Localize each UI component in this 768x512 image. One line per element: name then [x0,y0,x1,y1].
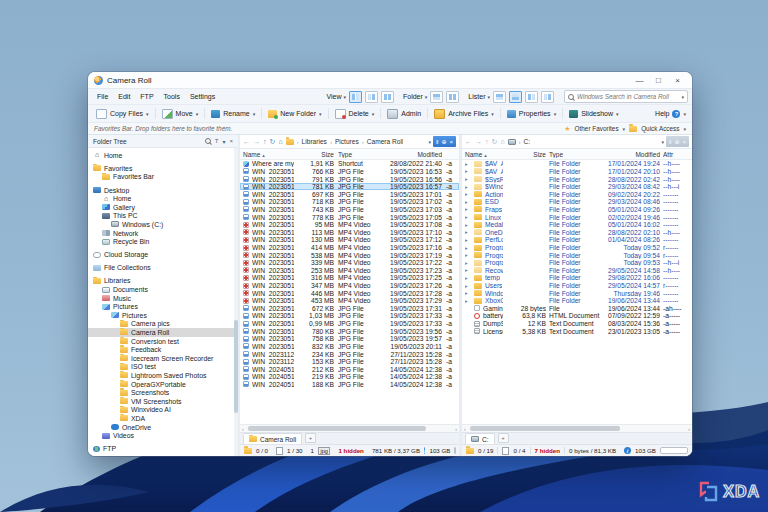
table-row[interactable]: WIN_20231127_15_28_49_Pro.jpg153 KBJPG F… [240,358,459,366]
expander-icon[interactable]: ▸ [465,199,471,205]
table-row[interactable]: WIN_20230519_17_11_14_Pro.mp4130 MBMP4 V… [240,236,459,244]
tree-item-home[interactable]: ⌂Home [88,151,238,160]
table-row[interactable]: ▸UsersFile Folder29/05/2024 14:57r------ [462,282,692,290]
table-row[interactable]: WIN_20230519_17_27_30_Pro.mp4446 MBMP4 V… [240,289,459,297]
table-row[interactable]: WIN_20230519_17_25_44_Pro.mp4347 MBMP4 V… [240,282,459,290]
back-icon[interactable]: ← [465,138,472,145]
title-bar[interactable]: Camera Roll — □ × [88,72,692,88]
info-icon[interactable]: i [624,447,631,454]
menu-item-tools[interactable]: Tools [159,93,185,100]
delete-button[interactable]: Delete▾ [331,108,379,120]
table-row[interactable]: WIN_20230519_17_03_56_Pro.jpg743 KBJPG F… [240,206,459,214]
expander-icon[interactable]: ▸ [465,298,471,304]
archive-files-button[interactable]: Archive Files▾ [430,108,498,120]
properties-button[interactable]: Properties▾ [503,109,560,119]
refresh-icon[interactable]: ↻ [270,138,276,146]
scroll-right-icon[interactable]: › [688,426,690,432]
info-icon[interactable]: i [424,447,425,454]
lister-layout-button-2[interactable] [509,91,522,103]
tree-item-desktop[interactable]: Desktop [88,186,238,195]
table-row[interactable]: GamingRoot28 bytesFile19/06/2024 13:44-a… [462,305,692,313]
slideshow-button[interactable]: Slideshow▾ [565,109,622,119]
column-header-name[interactable]: Name ▴ [243,151,294,158]
view-layout-button-2[interactable] [365,91,378,103]
source-horizontal-scrollbar[interactable]: ‹ › [240,424,459,432]
table-row[interactable]: WIN_20230519_17_18_05_Pro.mp4538 MBMP4 V… [240,251,459,259]
tree-item-screenshots[interactable]: Screenshots [88,388,238,397]
chevron-down-icon[interactable]: ▾ [222,138,225,145]
menu-item-settings[interactable]: Settings [185,93,220,100]
expander-icon[interactable]: ▸ [465,191,471,197]
home-icon[interactable]: ⌂ [278,138,282,145]
tree-item-operagxportable[interactable]: OperaGXPortable [88,380,238,389]
forward-icon[interactable]: → [253,138,260,145]
scroll-left-icon[interactable]: ‹ [464,426,466,432]
column-header-attr[interactable]: Attr [663,151,689,158]
pane-target-icon[interactable]: ⊕ [674,138,679,145]
menu-item-ftp[interactable]: FTP [135,93,158,100]
expander-icon[interactable]: ▸ [465,214,471,220]
tree-search-icon[interactable] [205,138,211,144]
table-row[interactable]: WIN_20230519_17_33_16_Pro.jpg1,03 MBJPG … [240,312,459,320]
tree-item-pictures[interactable]: Pictures [88,302,238,311]
tree-item-favorites-bar[interactable]: Favorites Bar [88,173,238,182]
home-icon[interactable]: ⌂ [500,138,504,145]
breadcrumb-segment-c[interactable]: C: [524,138,531,145]
view-menu[interactable]: View ▾ [326,93,346,100]
breadcrumb-segment-pictures[interactable]: Pictures [335,138,359,145]
tree-item-ftp[interactable]: FTP [88,444,238,453]
lister-layout-button-1[interactable] [493,91,506,103]
tab-c-drive[interactable]: C: [465,433,495,444]
tree-item-music[interactable]: Music [88,294,238,303]
table-row[interactable]: WIN_20230519_17_05_32_Pro.jpg778 KBJPG F… [240,213,459,221]
scroll-left-icon[interactable]: ‹ [242,426,244,432]
expander-icon[interactable]: ▸ [465,229,471,235]
back-icon[interactable]: ← [243,138,250,145]
lister-menu[interactable]: Lister ▾ [468,93,490,100]
table-row[interactable]: WIN_20230519_16_57_58_Pro.jpg781 KBJPG F… [240,183,459,191]
table-row[interactable]: WIN_20230519_17_28_45_Pro.mp4453 MBMP4 V… [240,297,459,305]
tree-item-gallery[interactable]: Gallery [88,203,238,212]
tree-item-winxvideo-ai[interactable]: Winxvideo AI [88,406,238,415]
move-button[interactable]: Move▾ [158,108,203,120]
tree-item-pictures[interactable]: Pictures [88,311,238,320]
tree-item-iso-test[interactable]: ISO test [88,363,238,372]
up-icon[interactable]: ↑ [485,138,489,145]
table-row[interactable]: WIN_20240514_12_38_28_Pro.jpg219 KBJPG F… [240,373,459,381]
expander-icon[interactable]: ▸ [465,168,471,174]
minimize-button[interactable]: — [631,74,648,87]
tree-item-libraries[interactable]: Libraries [88,277,238,286]
folder-layout-button-1[interactable] [430,91,443,103]
tree-item-onedrive[interactable]: OneDrive [88,423,238,432]
tree-item-vm-screenshots[interactable]: VM Screenshots [88,397,238,406]
expander-icon[interactable]: ▸ [465,267,471,273]
expander-icon[interactable]: ▸ [465,161,471,167]
table-row[interactable]: ▸Program Files (x86)File FolderToday 09:… [462,251,692,259]
search-input[interactable] [577,93,678,100]
copy-files-button[interactable]: Copy Files▾ [92,108,153,120]
table-row[interactable]: WIN_20230519_17_15_21_Pro.mp4414 MBMP4 V… [240,244,459,252]
pane-target-icon[interactable]: ⊕ [441,138,446,145]
view-layout-button-3[interactable] [381,91,394,103]
tree-item-network[interactable]: Network [88,229,238,238]
table-row[interactable]: ▸XboxGamesFile Folder19/06/2024 13:44---… [462,297,692,305]
table-row[interactable]: WIN_20230519_20_11_10_Pro.jpg832 KBJPG F… [240,343,459,351]
pane-close-icon[interactable]: × [449,139,453,145]
expander-icon[interactable]: ▸ [465,176,471,182]
tree-item-xda[interactable]: XDA [88,414,238,423]
path-dropdown-icon[interactable]: ▾ [428,139,431,145]
table-row[interactable]: WIN_20230519_17_09_50_Pro.mp4113 MBMP4 V… [240,228,459,236]
table-row[interactable]: WIN_20230519_17_07_25_Pro.mp495 MBMP4 Vi… [240,221,459,229]
scroll-right-icon[interactable]: › [455,426,457,432]
up-icon[interactable]: ↑ [263,138,267,145]
expander-icon[interactable]: ▸ [465,222,471,228]
tree-item-conversion-test[interactable]: Conversion test [88,337,238,346]
new-tab-button[interactable]: + [305,433,316,443]
table-row[interactable]: WIN_20230519_17_21_12_Pro.mp4339 MBMP4 V… [240,259,459,267]
tree-item-favorites[interactable]: Favorites [88,164,238,173]
tree-item-camera-roll[interactable]: Camera Roll [88,328,238,337]
close-button[interactable]: × [669,74,686,87]
table-row[interactable]: ▸$AV_ASWFile Folder17/01/2024 19:24--h--… [462,160,692,168]
new-folder-button[interactable]: New Folder▾ [264,109,325,119]
column-header-type[interactable]: Type [549,151,601,158]
